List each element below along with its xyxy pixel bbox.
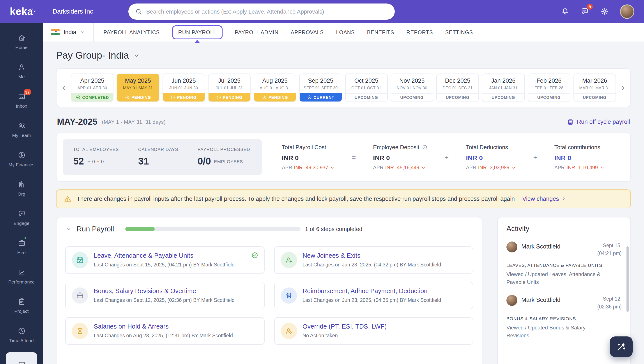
month-tile-jul-2025[interactable]: Jul 2025JUL 01-JUL 31PENDING xyxy=(208,74,251,102)
tab-payroll-analytics[interactable]: PAYROLL ANALYTICS xyxy=(97,23,166,42)
month-tile-mar-2026[interactable]: Mar 2026MAR 01-MAR 31UPCOMING xyxy=(573,74,616,102)
month-tile-oct-2025[interactable]: Oct 2025OCT 01-OCT 31UPCOMING xyxy=(345,74,388,102)
caret-up-icon xyxy=(87,159,91,164)
step-override-pt-esi-tds-lwf[interactable]: Override (PT, ESI, TDS, LWF)No Action ta… xyxy=(274,317,473,345)
plus-operator: + xyxy=(533,153,537,161)
activity-scrollbar[interactable] xyxy=(626,246,629,312)
sidebar-item-payroll-selected[interactable] xyxy=(6,352,37,364)
search-input[interactable] xyxy=(146,8,388,15)
tab-payroll-admin[interactable]: PAYROLL ADMIN xyxy=(229,23,285,42)
finances-icon xyxy=(17,151,26,159)
person-icon xyxy=(17,63,26,71)
pay-group-dropdown-icon[interactable] xyxy=(133,52,140,59)
team-icon xyxy=(17,122,26,130)
tab-run-payroll[interactable]: RUN PAYROLL xyxy=(166,23,229,42)
sidebar-item-my-team[interactable]: My Team xyxy=(2,115,41,144)
carousel-prev-icon[interactable] xyxy=(59,84,69,92)
chat-badge: 9 xyxy=(587,4,593,10)
chevron-down-icon xyxy=(330,165,335,170)
payroll-icon xyxy=(17,360,26,364)
notifications-bell-icon[interactable] xyxy=(561,7,569,16)
activity-category: LEAVES, ATTENDANCE & PAYABLE UNITS xyxy=(506,262,622,268)
helpdesk-chat-icon[interactable]: 9 xyxy=(580,7,589,16)
sidebar-item-home[interactable]: Home xyxy=(2,27,41,56)
view-changes-link[interactable]: View changes xyxy=(522,196,566,202)
calculator-icon xyxy=(567,118,574,125)
settings-gear-icon[interactable] xyxy=(600,7,609,16)
tab-benefits[interactable]: BENEFITS xyxy=(361,23,400,42)
sidebar-item-label: Hire xyxy=(17,250,26,255)
step-bonus-salary-revisions-overtime[interactable]: Bonus, Salary Revisions & OvertimeLast C… xyxy=(65,282,264,309)
sidebar-item-org[interactable]: Org xyxy=(2,174,41,203)
global-search-bar[interactable] xyxy=(128,3,394,20)
info-icon[interactable] xyxy=(422,144,427,150)
sidebar-item-performance[interactable]: Performance xyxy=(2,262,41,291)
activity-description: Viewed / Updated Bonus & Salary Revision… xyxy=(506,324,603,339)
sidebar-item-hire[interactable]: Hire xyxy=(2,232,41,262)
warning-text: There are changes in payroll inputs afte… xyxy=(77,196,515,202)
sidebar-item-project[interactable]: Project xyxy=(2,291,41,320)
plus-operator: + xyxy=(445,153,449,161)
warning-triangle-icon xyxy=(64,195,72,203)
run-payroll-header: Run Payroll 1 of 6 steps completed xyxy=(57,218,482,240)
calendar-days-value: 31 xyxy=(138,156,149,167)
month-tile-sep-2025[interactable]: Sep 2025SEPT 01-SEPT 30CURRENT xyxy=(299,74,342,102)
apr-breakdown-toggle[interactable]: APRINR -1,10,499 xyxy=(554,165,604,170)
month-tile-aug-2025[interactable]: Aug 2025AUG 01-AUG 31PENDING xyxy=(254,74,296,102)
step-leave-attendance-payable-units[interactable]: Leave, Attendance & Payable UnitsLast Ch… xyxy=(65,246,264,274)
steps-completed-text: 1 of 6 steps completed xyxy=(305,226,362,232)
sidebar-item-label: Project xyxy=(14,308,29,314)
hire-icon xyxy=(17,239,26,247)
home-icon xyxy=(17,34,26,42)
month-tile-may-2025[interactable]: May 2025MAY 01-MAY 31PENDING xyxy=(117,74,159,102)
tab-approvals[interactable]: APPROVALS xyxy=(285,23,330,42)
apr-breakdown-toggle[interactable]: APRINR -3,03,989 xyxy=(466,165,516,170)
sidebar-item-label: Time Attend xyxy=(9,338,34,343)
sidebar-item-engage[interactable]: Engage xyxy=(2,203,41,232)
hire-status-dot xyxy=(24,236,27,240)
chevron-down-icon xyxy=(599,165,604,170)
chevron-down-icon xyxy=(421,165,426,170)
page-title-row: Pay Group- India xyxy=(56,50,631,61)
person-plus-icon xyxy=(281,252,297,268)
keka-logo[interactable]: keka xyxy=(0,6,43,17)
sidebar-item-my-finances[interactable]: My Finances xyxy=(2,144,41,174)
activity-user-name: Mark Scottfield xyxy=(521,242,593,250)
sidebar-item-label: Inbox xyxy=(16,103,27,108)
user-avatar[interactable] xyxy=(620,4,634,18)
activity-category: BONUS & SALARY REVISIONS xyxy=(506,316,622,321)
carousel-next-icon[interactable] xyxy=(618,84,628,92)
activity-user-name: Mark Scottfield xyxy=(521,295,593,303)
activity-entry: Mark Scottfield Sept 15, (04:21 pm) LEAV… xyxy=(506,242,622,286)
main-content: Pay Group- India Apr 2025APR 01-APR 30CO… xyxy=(43,42,644,364)
ai-assistant-button[interactable] xyxy=(610,336,632,357)
step-salaries-on-hold-arrears[interactable]: Salaries on Hold & ArrearsLast Changes o… xyxy=(65,317,264,345)
month-tile-jun-2025[interactable]: Jun 2025JUN 01-JUN 30PENDING xyxy=(162,74,205,102)
arrow-circle-icon xyxy=(307,95,312,100)
sidebar-item-me[interactable]: Me xyxy=(2,56,41,86)
sidebar-item-inbox[interactable]: Inbox37 xyxy=(2,86,41,115)
chevron-down-icon xyxy=(80,29,86,35)
tab-reports[interactable]: REPORTS xyxy=(400,23,439,42)
activity-date: Sept 12, (02:36 pm) xyxy=(597,295,622,311)
sliders-icon xyxy=(281,288,297,304)
period-row: MAY-2025 (MAY 1 - MAY 31, 31 days) Run o… xyxy=(57,117,630,127)
country-selector[interactable]: India xyxy=(43,23,94,42)
month-tile-dec-2025[interactable]: Dec 2025DEC 01-DEC 31UPCOMING xyxy=(436,74,479,102)
tab-settings[interactable]: SETTINGS xyxy=(439,23,479,42)
run-off-cycle-payroll-link[interactable]: Run off cycle payroll xyxy=(567,118,630,125)
progress-fill xyxy=(125,227,155,231)
apr-breakdown-toggle[interactable]: APRINR -49,30,937 xyxy=(282,165,335,170)
performance-icon xyxy=(17,268,26,276)
apr-breakdown-toggle[interactable]: APRINR -45,16,449 xyxy=(373,165,427,170)
tab-loans[interactable]: LOANS xyxy=(330,23,361,42)
collapse-chevron-icon[interactable] xyxy=(65,226,72,232)
month-tile-feb-2026[interactable]: Feb 2026FEB 01-FEB 28UPCOMING xyxy=(528,74,570,102)
month-tile-jan-2026[interactable]: Jan 2026JAN 01-JAN 31UPCOMING xyxy=(482,74,525,102)
step-new-joinees-exits[interactable]: New Joinees & ExitsLast Changes on Jun 2… xyxy=(274,246,473,274)
sidebar-item-time-attend[interactable]: Time Attend xyxy=(2,320,41,350)
month-tile-nov-2025[interactable]: Nov 2025NOV 01-NOV 30UPCOMING xyxy=(391,74,434,102)
activity-title: Activity xyxy=(506,224,622,233)
step-reimbursement-adhoc-payment-deduction[interactable]: Reimbursement, Adhoc Payment, DeductionL… xyxy=(274,282,473,309)
month-tile-apr-2025[interactable]: Apr 2025APR 01-APR 30COMPLETED xyxy=(71,74,114,102)
